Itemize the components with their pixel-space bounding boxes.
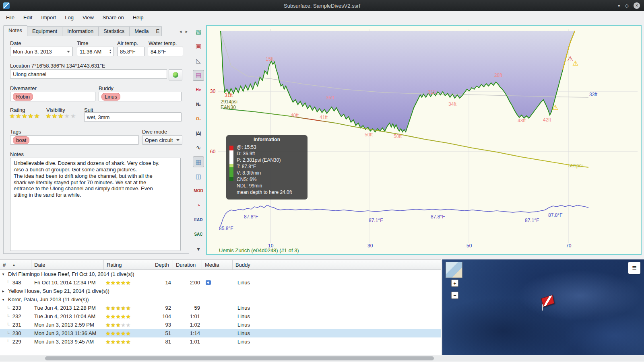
dive-depth: 92 [152, 304, 173, 312]
dive-row[interactable]: └230Mon Jun 3, 2013 11:36 AM★★★★★511:14L… [0, 329, 441, 337]
map-menu-button[interactable]: ≡ [628, 262, 640, 274]
column-header-date[interactable]: Date [31, 260, 104, 269]
tags-input[interactable]: boat [10, 135, 139, 145]
menu-log[interactable]: Log [60, 12, 78, 23]
buddy-input[interactable]: Linus [99, 92, 182, 101]
tag-token[interactable]: boat [13, 136, 29, 144]
rating-stars[interactable]: ★★★★★ [9, 113, 40, 119]
map-widget[interactable]: + − ≡ [442, 259, 644, 355]
tab-e[interactable]: E [154, 26, 162, 36]
dive-number: 231 [12, 322, 21, 328]
oxygen-graph-icon[interactable]: O₂ [193, 113, 204, 124]
tab-information[interactable]: Information [62, 26, 99, 36]
collapse-icon[interactable]: ▾ [0, 272, 6, 276]
dive-row[interactable]: └348Fri Oct 10, 2014 12:34 PM★★★★★142:00… [0, 278, 441, 287]
star-icon: ★ [105, 322, 111, 328]
tab-scroll-left-icon[interactable]: ◂ [178, 27, 183, 35]
star-icon: ★ [28, 113, 33, 119]
heart-rate-icon[interactable]: ∿ [193, 142, 204, 153]
zoom-out-button[interactable]: − [451, 292, 458, 299]
star-icon: ★ [15, 113, 21, 119]
ceiling-icon[interactable]: ▤ [193, 70, 204, 81]
dive-profile[interactable]: 31ft15ft40ft35ft41ft50ft50ft31ft34ft28ft… [206, 25, 642, 255]
suit-input[interactable]: wet, 3mm [84, 112, 182, 122]
column-header-rating[interactable]: Rating [104, 260, 152, 269]
column-header-media[interactable]: Media [202, 260, 233, 269]
nitrogen-graph-icon[interactable]: N₂ [193, 99, 204, 110]
dive-row[interactable]: └232Tue Jun 4, 2013 10:04 AM★★★★★1041:01… [0, 312, 441, 321]
date-select[interactable]: Mon Jun 3, 2013 [10, 47, 73, 56]
expand-icon[interactable]: ▸ [0, 289, 6, 293]
dive-row[interactable]: └231Mon Jun 3, 2013 2:59 PM★★★★★931:02Li… [0, 321, 441, 329]
tab-equipment[interactable]: Equipment [27, 26, 62, 36]
air-temp-input[interactable]: 85.8°F [117, 47, 144, 56]
trip-row[interactable]: ▾Divi Flamingo House Reef, Fri Oct 10, 2… [0, 270, 441, 278]
dive-computer-icon[interactable]: ◫ [193, 171, 204, 182]
column-header-buddy[interactable]: Buddy [233, 260, 441, 269]
horizontal-scrollbar[interactable] [0, 356, 644, 361]
scrollbar-handle[interactable] [45, 356, 434, 360]
time-input[interactable]: 11:36 AM ▴▾ [77, 47, 114, 56]
notes-textarea[interactable]: Unbelievable dive. Dozens and dozens of … [10, 158, 181, 251]
column-header-depth[interactable]: Depth [152, 260, 173, 269]
media-icon[interactable] [206, 280, 211, 285]
dive-flag-marker[interactable] [541, 295, 554, 307]
divemaster-token[interactable]: Robin [13, 93, 33, 101]
time-stepper[interactable]: ▴▾ [109, 49, 111, 54]
shade-button[interactable]: ▾ [618, 2, 620, 9]
dive-mode-select[interactable]: Open circuit [142, 135, 182, 145]
helium-graph-icon[interactable]: He [193, 84, 204, 95]
column-header-duration[interactable]: Duration [173, 260, 202, 269]
menu-file[interactable]: File [2, 12, 19, 23]
calculated-ceiling-icon[interactable]: ▦ [193, 156, 204, 167]
zoom-in-button[interactable]: + [451, 280, 458, 287]
ndl-tts-icon[interactable]: ◔ [193, 200, 204, 211]
menu-view[interactable]: View [78, 12, 98, 23]
dive-media [202, 304, 233, 312]
dive-number: 232 [12, 313, 21, 319]
ruler-icon[interactable]: ◺ [193, 56, 204, 66]
dive-row[interactable]: └229Mon Jun 3, 2013 9:45 AM★★★★★811:01Li… [0, 337, 441, 346]
tab-notes[interactable]: Notes [3, 25, 27, 36]
dive-number: 229 [12, 339, 21, 345]
ead-icon[interactable]: EAD [193, 214, 204, 225]
dive-buddy: Linus [233, 329, 441, 337]
tooltip-line: T: 87.8°F [237, 163, 305, 170]
dive-number: 233 [12, 305, 21, 311]
star-icon: ★ [22, 113, 27, 119]
close-button[interactable]: × [634, 2, 640, 9]
mod-icon[interactable]: MOD [193, 185, 204, 196]
photos-icon[interactable]: ▣ [193, 41, 204, 52]
scroll-profile-icon[interactable]: ▾ [193, 243, 204, 254]
minimap[interactable] [446, 262, 462, 278]
divemaster-input[interactable]: Robin [10, 92, 95, 101]
water-temp-input[interactable]: 84.8°F [148, 47, 183, 56]
trip-row[interactable]: ▸Yellow House, Sun Sep 21, 2014 (1 dive(… [0, 287, 441, 295]
tab-scroll-right-icon[interactable]: ▸ [184, 27, 189, 35]
star-icon: ★ [70, 113, 76, 119]
menu-share-on[interactable]: Share on [98, 12, 128, 23]
profile-info-box[interactable]: Information @: 15:53D: 36.9ftP: 2,381psi… [226, 135, 308, 200]
menu-help[interactable]: Help [128, 12, 148, 23]
photo-markers-icon[interactable]: |Δ| [193, 128, 204, 139]
trip-row[interactable]: ▾Koror, Palau, Jun 2013 (11 dive(s)) [0, 295, 441, 304]
star-icon: ★ [121, 314, 126, 319]
tab-media[interactable]: Media [129, 26, 154, 36]
menu-import[interactable]: Import [37, 12, 60, 23]
scale-graph-icon[interactable]: ▧ [193, 27, 204, 37]
sac-icon[interactable]: SAC [193, 229, 204, 240]
column-header-num[interactable]: #▴ [0, 260, 31, 269]
dive-row[interactable]: └233Tue Jun 4, 2013 12:28 PM★★★★★9259Lin… [0, 304, 441, 312]
star-icon: ★ [58, 113, 64, 119]
menu-edit[interactable]: Edit [19, 12, 37, 23]
tooltip-line: V: 8.3ft/min [237, 170, 305, 176]
map-locate-button[interactable] [169, 69, 182, 80]
dive-buddy: Linus [233, 337, 441, 346]
location-input[interactable]: Ulong channel [10, 69, 167, 79]
maximize-button[interactable]: ◇ [625, 2, 629, 9]
tab-statistics[interactable]: Statistics [98, 26, 130, 36]
buddy-token[interactable]: Linus [101, 93, 120, 101]
collapse-icon[interactable]: ▾ [0, 297, 6, 302]
star-icon: ★ [126, 314, 131, 319]
visibility-stars[interactable]: ★★★★★ [45, 113, 76, 119]
